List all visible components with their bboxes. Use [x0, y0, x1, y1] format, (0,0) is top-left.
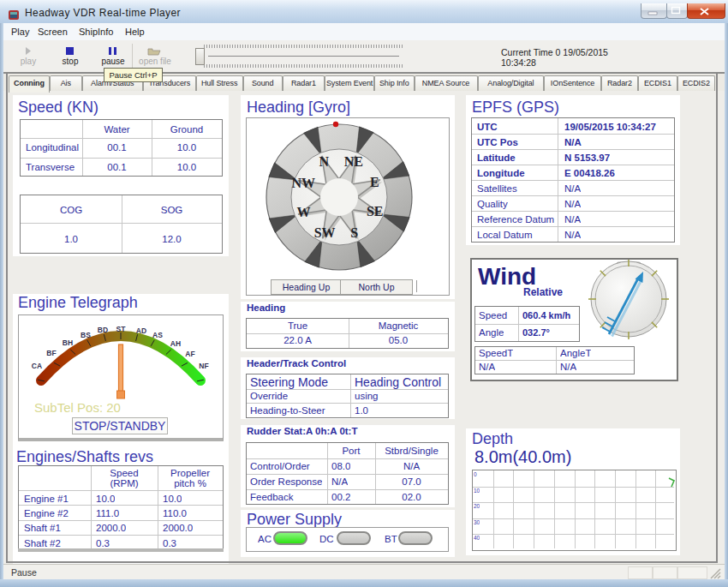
svg-text:BD: BD	[98, 326, 108, 334]
svg-text:E: E	[370, 175, 379, 189]
svg-text:AS: AS	[152, 331, 163, 339]
svg-text:NW: NW	[292, 176, 316, 190]
svg-text:ST: ST	[116, 325, 127, 333]
svg-text:W: W	[297, 205, 311, 219]
svg-text:BF: BF	[46, 349, 56, 357]
svg-text:AF: AF	[185, 350, 194, 358]
svg-text:BH: BH	[63, 338, 73, 347]
svg-text:CA: CA	[32, 362, 42, 370]
svg-text:AH: AH	[170, 339, 181, 348]
svg-text:AD: AD	[136, 326, 146, 335]
svg-text:N: N	[319, 154, 330, 169]
svg-text:SW: SW	[314, 225, 336, 240]
svg-text:SE: SE	[367, 204, 384, 219]
svg-text:S: S	[350, 225, 358, 240]
svg-text:NE: NE	[344, 154, 363, 169]
svg-text:NF: NF	[199, 362, 208, 370]
svg-text:BS: BS	[81, 331, 91, 339]
